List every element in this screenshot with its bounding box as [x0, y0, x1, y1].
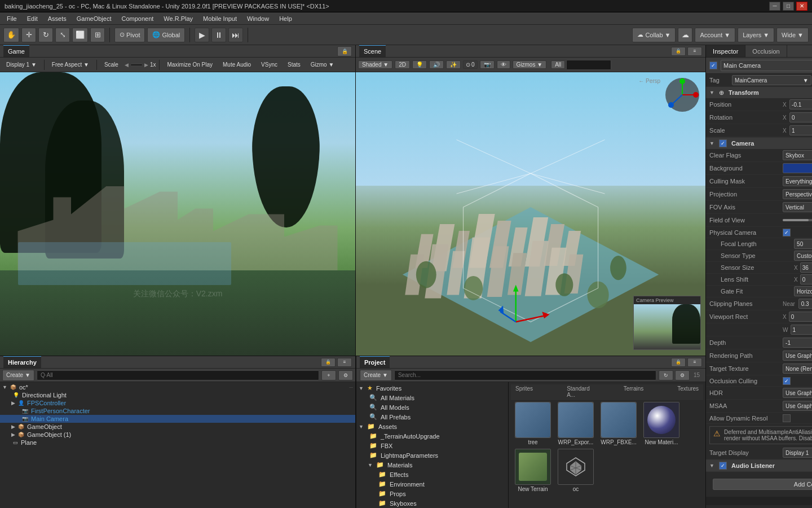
target-texture-value[interactable]: None (Render Te...	[783, 364, 812, 374]
assets-lightmap[interactable]: 📁 LightmapParameters	[356, 450, 508, 460]
add-component-btn[interactable]: Add Component	[713, 479, 812, 490]
favorites-section[interactable]: ▼ ★ Favorites	[356, 383, 508, 393]
project-create-btn[interactable]: Create ▼	[360, 370, 392, 381]
culling-mask-dropdown[interactable]: Everything ▼	[783, 176, 812, 186]
lock-icon[interactable]: 🔒	[337, 46, 352, 56]
rot-x-field[interactable]	[789, 112, 812, 122]
scale-tool[interactable]: ⤡	[55, 28, 70, 42]
camera-enable-checkbox[interactable]: ✓	[719, 139, 727, 147]
menu-assets[interactable]: Assets	[43, 14, 71, 23]
scene-tab[interactable]: Scene	[359, 45, 386, 57]
audio-listener-header[interactable]: ▼ ✓ Audio Listener ⚙ ≡	[706, 460, 812, 471]
h-item-dirlight[interactable]: 💡 Directional Light	[0, 391, 355, 399]
asset-item-oc[interactable]: oc	[556, 449, 595, 492]
pause-btn[interactable]: ⏸	[211, 28, 226, 42]
msaa-dropdown[interactable]: Use Graphics Setting ▼	[783, 401, 812, 411]
project-menu-icon[interactable]: ≡	[687, 358, 702, 367]
vp-w-field[interactable]	[791, 325, 812, 335]
asset-item-new-material[interactable]: New Materi...	[642, 402, 681, 445]
asset-item-wrp-expor[interactable]: WRP_Expor...	[556, 402, 595, 445]
assets-environment[interactable]: 📁 Environment	[356, 479, 508, 489]
menu-help[interactable]: Help	[275, 14, 297, 23]
target-display-dropdown[interactable]: Display 1 ▼	[783, 448, 812, 458]
near-field[interactable]	[798, 299, 812, 309]
scene-menu-icon[interactable]: ≡	[687, 47, 702, 56]
hand-tool[interactable]: ✋	[3, 28, 19, 42]
asset-item-wrp-fbxe[interactable]: WRP_FBXE...	[599, 402, 638, 445]
menu-mobile input[interactable]: Mobile Input	[198, 14, 241, 23]
stats-btn[interactable]: Stats	[284, 60, 304, 69]
menu-component[interactable]: Component	[117, 14, 158, 23]
pos-x-field[interactable]	[789, 99, 812, 110]
h-item-firstperson[interactable]: 📷 FirstPersonCharacter	[0, 407, 355, 415]
h-item-fps[interactable]: ▶ 👤 FPSController	[0, 399, 355, 407]
transform-tool[interactable]: ⊞	[90, 28, 105, 42]
rotate-tool[interactable]: ↻	[38, 28, 53, 42]
sensor-x-field[interactable]	[800, 262, 812, 273]
hierarchy-filter-icon[interactable]: ⚙	[338, 370, 353, 380]
assets-skyboxes[interactable]: 📁 Skyboxes	[356, 498, 508, 508]
allow-dyn-res-checkbox[interactable]	[783, 414, 791, 422]
inspector-tab[interactable]: Inspector	[706, 45, 745, 57]
scene-hide-btn[interactable]: 👁	[497, 60, 510, 69]
menu-we.r.play[interactable]: We.R.Play	[159, 14, 197, 23]
step-btn[interactable]: ⏭	[228, 28, 243, 42]
hierarchy-search-input[interactable]	[37, 370, 319, 380]
project-tab-label[interactable]: Project	[360, 356, 390, 368]
fav-all-prefabs[interactable]: 🔍 All Prefabs	[356, 412, 508, 422]
global-btn[interactable]: 🌐 Global	[147, 28, 185, 42]
hierarchy-lock-icon[interactable]: 🔒	[321, 358, 336, 367]
background-color-picker[interactable]	[783, 163, 812, 173]
rendering-path-dropdown[interactable]: Use Graphics Setting ▼	[783, 351, 812, 361]
gizmos-btn[interactable]: Gizmo ▼	[307, 60, 338, 69]
2d-btn[interactable]: 2D	[395, 60, 410, 69]
fav-all-models[interactable]: 🔍 All Models	[356, 402, 508, 412]
sensor-type-dropdown[interactable]: Custom ▼	[794, 251, 812, 261]
h-item-gameobject1[interactable]: ▶ 📦 GameObject (1)	[0, 431, 355, 439]
maximize-btn[interactable]: □	[783, 2, 794, 11]
assets-fbx[interactable]: 📁 FBX	[356, 441, 508, 450]
audio-enable-checkbox[interactable]: ✓	[719, 462, 727, 470]
object-enable-checkbox[interactable]: ✓	[709, 62, 717, 69]
maximize-play-btn[interactable]: Maximize On Play	[163, 60, 217, 69]
assets-effects[interactable]: 📁 Effects	[356, 470, 508, 479]
pivot-btn[interactable]: ⊙ Pivot	[114, 28, 145, 42]
close-btn[interactable]: ✕	[796, 2, 807, 11]
physical-camera-checkbox[interactable]: ✓	[783, 229, 791, 237]
account-btn[interactable]: Account ▼	[695, 28, 735, 42]
occlusion-tab[interactable]: Occlusion	[745, 45, 787, 57]
occlusion-culling-checkbox[interactable]: ✓	[783, 377, 791, 385]
menu-file[interactable]: File	[2, 14, 21, 23]
assets-props[interactable]: 📁 Props	[356, 489, 508, 498]
assets-root[interactable]: ▼ 📁 Assets	[356, 422, 508, 431]
vp-x-field[interactable]	[789, 312, 812, 322]
hierarchy-tab-label[interactable]: Hierarchy	[3, 356, 41, 368]
fav-all-materials[interactable]: 🔍 All Materials	[356, 393, 508, 402]
hierarchy-create-btn[interactable]: Create ▼	[2, 370, 34, 381]
tag-dropdown[interactable]: MainCamera ▼	[732, 75, 811, 85]
menu-window[interactable]: Window	[242, 14, 273, 23]
h-item-oc[interactable]: ▼ 📦 oc* ─	[0, 383, 355, 391]
hdr-dropdown[interactable]: Use Graphics Setting ▼	[783, 388, 812, 398]
rect-tool[interactable]: ⬜	[72, 28, 88, 42]
lens-shift-x-field[interactable]	[800, 274, 812, 284]
gizmos-scene-btn[interactable]: Gizmos ▼	[513, 60, 547, 69]
asset-item-tree[interactable]: tree	[513, 402, 553, 445]
gate-fit-dropdown[interactable]: Horizontal ▼	[794, 286, 812, 296]
scale-x-field[interactable]	[789, 125, 812, 135]
wide-btn[interactable]: Wide ▼	[776, 28, 809, 42]
hierarchy-add-icon[interactable]: +	[321, 370, 336, 380]
object-name-field[interactable]	[721, 60, 812, 71]
menu-edit[interactable]: Edit	[23, 14, 42, 23]
project-filter-icon[interactable]: ⚙	[675, 370, 690, 380]
display-selector[interactable]: Display 1 ▼	[2, 60, 41, 69]
h-item-gameobject[interactable]: ▶ 📦 GameObject	[0, 423, 355, 431]
collab-btn[interactable]: ☁ Collab ▼	[632, 28, 676, 42]
assets-terrain-upgrade[interactable]: 📁 _TerrainAutoUpgrade	[356, 431, 508, 441]
depth-field[interactable]	[783, 338, 812, 348]
hierarchy-menu-icon[interactable]: ≡	[337, 358, 352, 367]
shading-selector[interactable]: Shaded ▼	[358, 60, 392, 69]
play-btn[interactable]: ▶	[195, 28, 209, 42]
fov-slider-track[interactable]	[783, 219, 812, 221]
cloud-btn[interactable]: ☁	[678, 28, 692, 42]
